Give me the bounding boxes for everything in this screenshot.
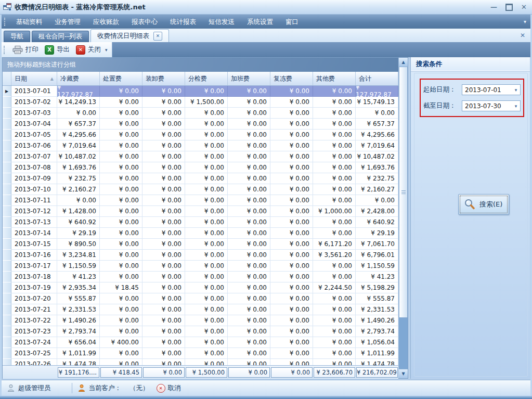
cell-value[interactable]: ¥ 0.00 [185,239,228,250]
cell-date[interactable]: 2013-07-06 [11,140,57,151]
cell-value[interactable]: ¥ 10,487.02 [57,151,100,162]
cell-value[interactable]: ¥ 10,487.02 [356,151,398,162]
cell-date[interactable]: 2013-07-04 [11,119,57,130]
cell-value[interactable]: ¥ 0.00 [270,140,313,151]
cell-value[interactable]: ¥ 0.00 [142,86,185,97]
cell-value[interactable]: ¥ 0.00 [228,206,270,217]
cell-value[interactable]: ¥ 1,693.76 [356,162,398,173]
cell-value[interactable]: ¥ 0.00 [100,304,142,315]
cell-value[interactable]: ¥ 0.00 [185,206,228,217]
cell-value[interactable]: ¥ 0.00 [228,162,270,173]
cell-value[interactable]: ¥ 0.00 [185,119,228,130]
cell-value[interactable]: ¥ 0.00 [270,293,313,304]
close-report-button[interactable]: ✕ 关闭 [73,44,104,56]
cell-value[interactable]: ¥ 0.00 [100,261,142,272]
cell-value[interactable]: ¥ 7,019.64 [57,140,100,151]
cell-value[interactable]: ¥ 0.00 [270,337,313,348]
cell-value[interactable]: ¥ 1,150.59 [356,261,398,272]
maximize-icon[interactable] [505,4,513,11]
cell-value[interactable]: ¥ 0.00 [228,326,270,337]
cell-date[interactable]: 2013-07-22 [11,315,57,326]
cell-value[interactable]: ¥ 0.00 [100,195,142,206]
cell-date[interactable]: 2013-07-18 [11,272,57,282]
table-row[interactable]: 2013-07-04¥ 657.37¥ 0.00¥ 0.00¥ 0.00¥ 0.… [3,119,398,130]
cell-value[interactable]: ¥ 0.00 [228,293,270,304]
cell-date[interactable]: 2013-07-07 [11,151,57,162]
cell-value[interactable]: ¥ 0.00 [142,239,185,250]
cell-value[interactable]: ¥ 0.00 [100,326,142,337]
cell-value[interactable]: ¥ 0.00 [270,130,313,140]
cell-value[interactable]: ¥ 657.37 [356,119,398,130]
cell-value[interactable]: ¥ 1,011.99 [356,348,398,359]
cell-value[interactable]: ¥ 0.00 [142,151,185,162]
cell-date[interactable]: 2013-07-12 [11,206,57,217]
menu-item[interactable]: 报表中心 [125,15,164,29]
table-row[interactable]: 2013-07-02¥ 14,249.13¥ 0.00¥ 0.00¥ 1,500… [3,97,398,108]
cell-value[interactable]: ¥ 0.00 [142,130,185,140]
cell-value[interactable]: ¥ 232.75 [356,173,398,184]
cell-date[interactable]: 2013-07-05 [11,130,57,140]
cell-value[interactable]: ¥ 0.00 [313,337,356,348]
column-header[interactable]: 处置费 [100,72,142,85]
cell-value[interactable]: ¥ 0.00 [185,326,228,337]
cell-value[interactable]: ¥ 0.00 [142,119,185,130]
cell-value[interactable]: ¥ 0.00 [57,108,100,119]
cell-value[interactable]: ¥ 1,474.78 [356,359,398,365]
cell-value[interactable]: ¥ 0.00 [100,206,142,217]
cell-value[interactable]: ¥ 0.00 [100,250,142,261]
cell-value[interactable]: ¥ 5,198.29 [356,282,398,293]
table-row[interactable]: 2013-07-21¥ 2,331.53¥ 0.00¥ 0.00¥ 0.00¥ … [3,304,398,315]
cell-value[interactable]: ¥ 0.00 [185,315,228,326]
menu-item[interactable]: 业务管理 [48,15,87,29]
cell-value[interactable]: ¥ 2,244.50 [313,282,356,293]
cell-value[interactable]: ¥ 0.00 [142,173,185,184]
cell-date[interactable]: 2013-07-21 [11,304,57,315]
column-header[interactable]: 日期▲ [11,72,57,85]
tab[interactable]: 导航 [4,31,30,42]
cell-value[interactable]: ¥ 0.00 [270,315,313,326]
cell-value[interactable]: ¥ 400.00 [100,337,142,348]
cell-value[interactable]: ¥ 0.00 [100,293,142,304]
table-row[interactable]: 2013-07-25¥ 1,011.99¥ 0.00¥ 0.00¥ 0.00¥ … [3,348,398,359]
scrollbar-thumb[interactable] [399,67,408,318]
cell-value[interactable]: ¥ 0.00 [142,326,185,337]
window-close-icon[interactable]: ✕ [521,0,527,15]
cell-value[interactable]: ¥ 7,061.70 [356,239,398,250]
cell-value[interactable]: ¥ 0.00 [142,108,185,119]
table-row[interactable]: 2013-07-05¥ 4,295.66¥ 0.00¥ 0.00¥ 0.00¥ … [3,130,398,140]
table-row[interactable]: 2013-07-11¥ 0.00¥ 0.00¥ 0.00¥ 0.00¥ 0.00… [3,195,398,206]
cell-value[interactable]: ¥ 555.87 [356,293,398,304]
cell-value[interactable]: ¥ 0.00 [313,315,356,326]
cell-value[interactable]: ¥ 41.23 [356,272,398,282]
cell-value[interactable]: ¥ 0.00 [185,272,228,282]
cell-value[interactable]: ¥ 0.00 [228,250,270,261]
menu-item[interactable]: 基础资料 [10,15,48,29]
cell-value[interactable]: ¥ 0.00 [100,272,142,282]
menu-item[interactable]: 短信发送 [202,15,241,29]
cell-value[interactable]: ¥ 29.19 [356,228,398,239]
cell-value[interactable]: ¥ 0.00 [313,348,356,359]
cell-date[interactable]: 2013-07-08 [11,162,57,173]
cell-value[interactable]: ¥ 0.00 [228,272,270,282]
cell-value[interactable]: ¥ 0.00 [100,184,142,195]
cell-value[interactable]: ¥ 0.00 [270,272,313,282]
cell-value[interactable]: ¥ 0.00 [142,217,185,228]
table-row[interactable]: ▶2013-07-01¥ 127,972.87¥ 0.00¥ 0.00¥ 0.0… [3,86,398,97]
table-row[interactable]: 2013-07-22¥ 1,490.26¥ 0.00¥ 0.00¥ 0.00¥ … [3,315,398,326]
table-row[interactable]: 2013-07-12¥ 1,428.00¥ 0.00¥ 0.00¥ 0.00¥ … [3,206,398,217]
cell-value[interactable]: ¥ 0.00 [270,348,313,359]
table-row[interactable]: 2013-07-09¥ 232.75¥ 0.00¥ 0.00¥ 0.00¥ 0.… [3,173,398,184]
cell-value[interactable]: ¥ 0.00 [185,140,228,151]
cell-value[interactable]: ¥ 2,793.74 [57,326,100,337]
cell-date[interactable]: 2013-07-14 [11,228,57,239]
cell-value[interactable]: ¥ 0.00 [270,282,313,293]
cell-value[interactable]: ¥ 0.00 [100,217,142,228]
scroll-up-icon[interactable]: ▲ [399,58,408,67]
cell-value[interactable]: ¥ 0.00 [270,195,313,206]
cell-value[interactable]: ¥ 15,749.13 [356,97,398,108]
cell-value[interactable]: ¥ 0.00 [142,282,185,293]
cell-value[interactable]: ¥ 0.00 [313,195,356,206]
tab-close-icon[interactable]: ✕ [153,32,162,41]
cell-value[interactable]: ¥ 0.00 [313,108,356,119]
table-row[interactable]: 2013-07-03¥ 0.00¥ 0.00¥ 0.00¥ 0.00¥ 0.00… [3,108,398,119]
